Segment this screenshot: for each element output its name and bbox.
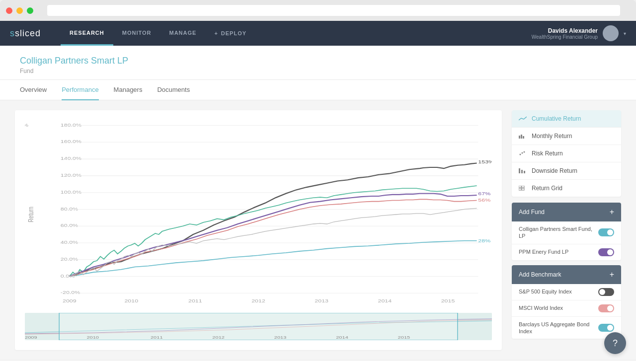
app-logo: ssliced — [10, 28, 41, 39]
svg-text:2015: 2015 — [441, 298, 455, 303]
tab-managers[interactable]: Managers — [114, 80, 143, 100]
svg-rect-43 — [519, 186, 521, 188]
svg-text:2010: 2010 — [86, 335, 99, 340]
toggle-knob — [607, 305, 613, 311]
svg-point-39 — [524, 151, 525, 153]
main-content: 180.0% 180.0% 160.0% 140.0% 120.0% 100.0… — [0, 100, 636, 360]
close-button[interactable] — [6, 7, 12, 14]
benchmark-row: MSCI World Index — [512, 300, 621, 317]
view-option-grid[interactable]: Return Grid — [512, 180, 621, 197]
benchmark-toggle-1[interactable] — [598, 304, 614, 312]
nav: ssliced RESEARCH MONITOR MANAGE DEPLOY D… — [0, 21, 636, 46]
fund-name: Colligan Partners Smart LP — [20, 56, 616, 66]
tab-performance[interactable]: Performance — [62, 80, 98, 100]
page-header: Colligan Partners Smart LP Fund — [0, 46, 636, 80]
sidebar: Cumulative Return Monthly Return Risk Re… — [512, 110, 621, 350]
svg-rect-45 — [519, 188, 521, 190]
svg-text:2012: 2012 — [251, 298, 265, 303]
fund-row: Colligan Partners Smart Fund, LP — [512, 221, 621, 244]
benchmarks-section: Add Benchmark + S&P 500 Equity Index MSC… — [512, 265, 621, 339]
view-option-monthly[interactable]: Monthly Return — [512, 128, 621, 145]
maximize-button[interactable] — [27, 7, 33, 14]
view-option-cumulative[interactable]: Cumulative Return — [512, 110, 621, 128]
tabs: Overview Performance Managers Documents — [0, 80, 636, 100]
scatter-chart-icon — [519, 150, 527, 156]
svg-text:2013: 2013 — [274, 335, 287, 340]
fund-type: Fund — [20, 68, 616, 74]
funds-section: Add Fund + Colligan Partners Smart Fund,… — [512, 203, 621, 260]
svg-rect-34 — [519, 136, 520, 139]
view-option-risk[interactable]: Risk Return — [512, 145, 621, 162]
benchmark-row: S&P 500 Equity Index — [512, 284, 621, 300]
avatar[interactable] — [603, 25, 619, 41]
nav-user-org: WealthSpring Financial Group — [532, 34, 598, 40]
svg-text:2010: 2010 — [124, 298, 138, 303]
svg-text:Return: Return — [27, 207, 35, 222]
svg-text:153%: 153% — [478, 159, 492, 164]
nav-user: Davids Alexander WealthSpring Financial … — [532, 25, 626, 41]
toggle-knob — [599, 289, 605, 295]
plus-icon: + — [610, 270, 614, 279]
toggle-knob — [607, 325, 613, 331]
svg-point-38 — [522, 152, 523, 154]
benchmark-row: Barclays US Aggregate Bond Index — [512, 317, 621, 339]
svg-text:28%: 28% — [478, 238, 490, 243]
svg-text:2009: 2009 — [63, 298, 77, 303]
app: ssliced RESEARCH MONITOR MANAGE DEPLOY D… — [0, 21, 636, 364]
view-option-downside[interactable]: Downside Return — [512, 162, 621, 180]
svg-text:2014: 2014 — [336, 335, 348, 340]
grid-icon — [519, 185, 527, 191]
fund-toggle-0[interactable] — [598, 228, 614, 236]
svg-point-37 — [520, 154, 521, 155]
fund-row: PPM Enery Fund LP — [512, 244, 621, 260]
chart-area: 180.0% 180.0% 160.0% 140.0% 120.0% 100.0… — [25, 120, 492, 309]
window-chrome — [0, 0, 636, 21]
svg-text:2013: 2013 — [315, 298, 328, 303]
downside-chart-icon — [519, 168, 527, 174]
nav-item-monitor[interactable]: MONITOR — [113, 21, 160, 46]
svg-text:2015: 2015 — [398, 335, 410, 340]
svg-rect-41 — [521, 170, 523, 173]
footer: sliced Powered by Sliced Investing © 201… — [0, 360, 636, 364]
svg-text:56%: 56% — [478, 197, 490, 202]
mini-chart[interactable]: 2009 2010 2011 2012 2013 2014 2015 — [25, 313, 492, 340]
svg-rect-44 — [522, 186, 524, 188]
nav-user-info: Davids Alexander WealthSpring Financial … — [532, 27, 598, 40]
svg-text:2014: 2014 — [378, 298, 392, 303]
svg-rect-35 — [521, 135, 522, 139]
main-chart: 180.0% 180.0% 160.0% 140.0% 120.0% 100.0… — [25, 120, 492, 309]
svg-rect-42 — [524, 171, 525, 173]
toggle-knob — [607, 249, 613, 255]
chevron-down-icon[interactable]: ▾ — [624, 31, 626, 36]
view-options: Cumulative Return Monthly Return Risk Re… — [512, 110, 621, 197]
nav-item-manage[interactable]: MANAGE — [160, 21, 206, 46]
help-button[interactable]: ? — [604, 332, 626, 354]
plus-icon: + — [610, 208, 614, 217]
svg-text:2011: 2011 — [151, 335, 163, 340]
toggle-knob — [607, 229, 613, 235]
add-fund-button[interactable]: Add Fund + — [512, 203, 621, 221]
svg-text:180.0%: 180.0% — [25, 122, 28, 127]
svg-text:2012: 2012 — [212, 335, 225, 340]
benchmark-toggle-2[interactable] — [598, 324, 614, 332]
svg-text:67%: 67% — [478, 191, 490, 196]
nav-user-name: Davids Alexander — [532, 27, 598, 34]
nav-item-deploy[interactable]: DEPLOY — [205, 21, 255, 46]
svg-rect-46 — [522, 188, 524, 190]
bar-chart-icon — [519, 133, 527, 139]
minimize-button[interactable] — [16, 7, 23, 14]
benchmark-toggle-0[interactable] — [598, 288, 614, 296]
svg-rect-40 — [519, 168, 520, 173]
add-benchmark-button[interactable]: Add Benchmark + — [512, 265, 621, 284]
line-chart-icon — [519, 116, 527, 122]
nav-item-research[interactable]: RESEARCH — [61, 21, 113, 46]
svg-text:2009: 2009 — [25, 335, 37, 340]
chart-container: 180.0% 180.0% 160.0% 140.0% 120.0% 100.0… — [15, 110, 502, 350]
address-bar[interactable] — [47, 5, 620, 16]
tab-overview[interactable]: Overview — [20, 80, 47, 100]
nav-items: RESEARCH MONITOR MANAGE DEPLOY — [61, 21, 532, 46]
tab-documents[interactable]: Documents — [157, 80, 190, 100]
svg-rect-36 — [523, 136, 524, 139]
fund-toggle-1[interactable] — [598, 248, 614, 256]
svg-text:2011: 2011 — [188, 298, 202, 303]
